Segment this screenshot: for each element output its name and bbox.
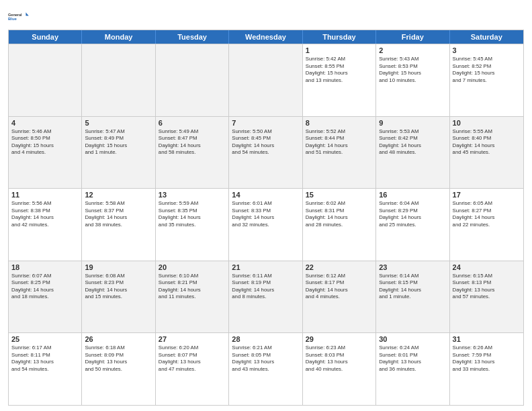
day-number: 13 bbox=[159, 191, 226, 199]
cell-info: Sunrise: 5:45 AM Sunset: 8:52 PM Dayligh… bbox=[453, 56, 521, 84]
page: General Blue SundayMondayTuesdayWednesda… bbox=[0, 0, 532, 411]
calendar-cell: 16Sunrise: 6:04 AM Sunset: 8:29 PM Dayli… bbox=[376, 189, 449, 261]
cell-info: Sunrise: 5:46 AM Sunset: 8:50 PM Dayligh… bbox=[11, 128, 79, 156]
day-number: 17 bbox=[453, 191, 521, 199]
day-number: 22 bbox=[306, 263, 373, 271]
calendar-row: 25Sunrise: 6:17 AM Sunset: 8:11 PM Dayli… bbox=[9, 332, 523, 405]
calendar-cell: 14Sunrise: 6:01 AM Sunset: 8:33 PM Dayli… bbox=[229, 189, 302, 261]
calendar-cell: 13Sunrise: 5:59 AM Sunset: 8:35 PM Dayli… bbox=[156, 189, 229, 261]
calendar-cell: 25Sunrise: 6:17 AM Sunset: 8:11 PM Dayli… bbox=[9, 333, 82, 405]
cell-info: Sunrise: 6:17 AM Sunset: 8:11 PM Dayligh… bbox=[11, 345, 79, 373]
svg-text:Blue: Blue bbox=[8, 17, 17, 21]
cell-info: Sunrise: 5:55 AM Sunset: 8:40 PM Dayligh… bbox=[453, 128, 521, 156]
day-number: 28 bbox=[232, 335, 299, 343]
calendar-cell: 27Sunrise: 6:20 AM Sunset: 8:07 PM Dayli… bbox=[156, 333, 229, 405]
calendar-cell: 20Sunrise: 6:10 AM Sunset: 8:21 PM Dayli… bbox=[156, 261, 229, 333]
cell-info: Sunrise: 5:59 AM Sunset: 8:35 PM Dayligh… bbox=[159, 200, 226, 228]
cell-info: Sunrise: 6:01 AM Sunset: 8:33 PM Dayligh… bbox=[232, 200, 299, 228]
day-number: 16 bbox=[379, 191, 446, 199]
day-number: 29 bbox=[306, 335, 373, 343]
calendar-cell: 8Sunrise: 5:52 AM Sunset: 8:44 PM Daylig… bbox=[303, 117, 376, 189]
weekday-header: Friday bbox=[376, 30, 449, 44]
calendar-row: 4Sunrise: 5:46 AM Sunset: 8:50 PM Daylig… bbox=[9, 116, 523, 189]
logo: General Blue bbox=[8, 7, 30, 26]
cell-info: Sunrise: 6:21 AM Sunset: 8:05 PM Dayligh… bbox=[232, 345, 299, 373]
calendar-cell: 3Sunrise: 5:45 AM Sunset: 8:52 PM Daylig… bbox=[450, 44, 523, 116]
day-number: 2 bbox=[379, 46, 446, 54]
calendar-body: 1Sunrise: 5:42 AM Sunset: 8:55 PM Daylig… bbox=[9, 44, 523, 405]
cell-info: Sunrise: 5:49 AM Sunset: 8:47 PM Dayligh… bbox=[159, 128, 226, 156]
day-number: 8 bbox=[306, 119, 373, 127]
cell-info: Sunrise: 6:15 AM Sunset: 8:13 PM Dayligh… bbox=[453, 273, 521, 301]
weekday-header: Saturday bbox=[450, 30, 523, 44]
calendar-cell: 19Sunrise: 6:08 AM Sunset: 8:23 PM Dayli… bbox=[82, 261, 155, 333]
calendar-row: 18Sunrise: 6:07 AM Sunset: 8:25 PM Dayli… bbox=[9, 261, 523, 333]
cell-info: Sunrise: 5:50 AM Sunset: 8:45 PM Dayligh… bbox=[232, 128, 299, 156]
calendar-cell: 23Sunrise: 6:14 AM Sunset: 8:15 PM Dayli… bbox=[376, 261, 449, 333]
cell-info: Sunrise: 6:23 AM Sunset: 8:03 PM Dayligh… bbox=[306, 345, 373, 373]
cell-info: Sunrise: 5:52 AM Sunset: 8:44 PM Dayligh… bbox=[306, 128, 373, 156]
cell-info: Sunrise: 5:58 AM Sunset: 8:37 PM Dayligh… bbox=[85, 200, 152, 228]
day-number: 14 bbox=[232, 191, 299, 199]
day-number: 12 bbox=[85, 191, 152, 199]
calendar-cell bbox=[229, 44, 302, 116]
day-number: 31 bbox=[453, 335, 521, 343]
calendar-cell bbox=[9, 44, 82, 116]
calendar-cell: 15Sunrise: 6:02 AM Sunset: 8:31 PM Dayli… bbox=[303, 189, 376, 261]
day-number: 4 bbox=[11, 119, 79, 127]
calendar-cell: 24Sunrise: 6:15 AM Sunset: 8:13 PM Dayli… bbox=[450, 261, 523, 333]
calendar-cell: 1Sunrise: 5:42 AM Sunset: 8:55 PM Daylig… bbox=[303, 44, 376, 116]
calendar-cell: 11Sunrise: 5:56 AM Sunset: 8:38 PM Dayli… bbox=[9, 189, 82, 261]
calendar-cell: 7Sunrise: 5:50 AM Sunset: 8:45 PM Daylig… bbox=[229, 117, 302, 189]
day-number: 7 bbox=[232, 119, 299, 127]
cell-info: Sunrise: 6:05 AM Sunset: 8:27 PM Dayligh… bbox=[453, 200, 521, 228]
day-number: 20 bbox=[159, 263, 226, 271]
calendar-cell: 21Sunrise: 6:11 AM Sunset: 8:19 PM Dayli… bbox=[229, 261, 302, 333]
calendar-cell: 12Sunrise: 5:58 AM Sunset: 8:37 PM Dayli… bbox=[82, 189, 155, 261]
calendar-cell: 31Sunrise: 6:26 AM Sunset: 7:59 PM Dayli… bbox=[450, 333, 523, 405]
logo-icon: General Blue bbox=[8, 7, 30, 26]
svg-text:General: General bbox=[8, 13, 22, 17]
day-number: 5 bbox=[85, 119, 152, 127]
calendar-row: 11Sunrise: 5:56 AM Sunset: 8:38 PM Dayli… bbox=[9, 188, 523, 261]
day-number: 3 bbox=[453, 46, 521, 54]
cell-info: Sunrise: 6:11 AM Sunset: 8:19 PM Dayligh… bbox=[232, 273, 299, 301]
day-number: 10 bbox=[453, 119, 521, 127]
calendar-cell: 9Sunrise: 5:53 AM Sunset: 8:42 PM Daylig… bbox=[376, 117, 449, 189]
day-number: 6 bbox=[159, 119, 226, 127]
cell-info: Sunrise: 6:10 AM Sunset: 8:21 PM Dayligh… bbox=[159, 273, 226, 301]
calendar-cell: 28Sunrise: 6:21 AM Sunset: 8:05 PM Dayli… bbox=[229, 333, 302, 405]
day-number: 1 bbox=[306, 46, 373, 54]
calendar-cell bbox=[82, 44, 155, 116]
day-number: 18 bbox=[11, 263, 79, 271]
day-number: 24 bbox=[453, 263, 521, 271]
day-number: 25 bbox=[11, 335, 79, 343]
calendar-cell: 6Sunrise: 5:49 AM Sunset: 8:47 PM Daylig… bbox=[156, 117, 229, 189]
cell-info: Sunrise: 6:26 AM Sunset: 7:59 PM Dayligh… bbox=[453, 345, 521, 373]
calendar-cell: 17Sunrise: 6:05 AM Sunset: 8:27 PM Dayli… bbox=[450, 189, 523, 261]
cell-info: Sunrise: 6:14 AM Sunset: 8:15 PM Dayligh… bbox=[379, 273, 446, 301]
day-number: 9 bbox=[379, 119, 446, 127]
cell-info: Sunrise: 6:18 AM Sunset: 8:09 PM Dayligh… bbox=[85, 345, 152, 373]
day-number: 21 bbox=[232, 263, 299, 271]
cell-info: Sunrise: 6:12 AM Sunset: 8:17 PM Dayligh… bbox=[306, 273, 373, 301]
calendar: SundayMondayTuesdayWednesdayThursdayFrid… bbox=[8, 30, 524, 406]
weekday-header: Monday bbox=[82, 30, 155, 44]
cell-info: Sunrise: 5:43 AM Sunset: 8:53 PM Dayligh… bbox=[379, 56, 446, 84]
day-number: 11 bbox=[11, 191, 79, 199]
header: General Blue bbox=[8, 7, 524, 26]
day-number: 15 bbox=[306, 191, 373, 199]
day-number: 19 bbox=[85, 263, 152, 271]
cell-info: Sunrise: 6:24 AM Sunset: 8:01 PM Dayligh… bbox=[379, 345, 446, 373]
calendar-cell: 4Sunrise: 5:46 AM Sunset: 8:50 PM Daylig… bbox=[9, 117, 82, 189]
day-number: 23 bbox=[379, 263, 446, 271]
calendar-cell: 30Sunrise: 6:24 AM Sunset: 8:01 PM Dayli… bbox=[376, 333, 449, 405]
day-number: 26 bbox=[85, 335, 152, 343]
calendar-row: 1Sunrise: 5:42 AM Sunset: 8:55 PM Daylig… bbox=[9, 44, 523, 116]
cell-info: Sunrise: 6:20 AM Sunset: 8:07 PM Dayligh… bbox=[159, 345, 226, 373]
calendar-header: SundayMondayTuesdayWednesdayThursdayFrid… bbox=[9, 30, 523, 44]
day-number: 27 bbox=[159, 335, 226, 343]
calendar-cell: 5Sunrise: 5:47 AM Sunset: 8:49 PM Daylig… bbox=[82, 117, 155, 189]
calendar-cell: 18Sunrise: 6:07 AM Sunset: 8:25 PM Dayli… bbox=[9, 261, 82, 333]
weekday-header: Wednesday bbox=[229, 30, 302, 44]
